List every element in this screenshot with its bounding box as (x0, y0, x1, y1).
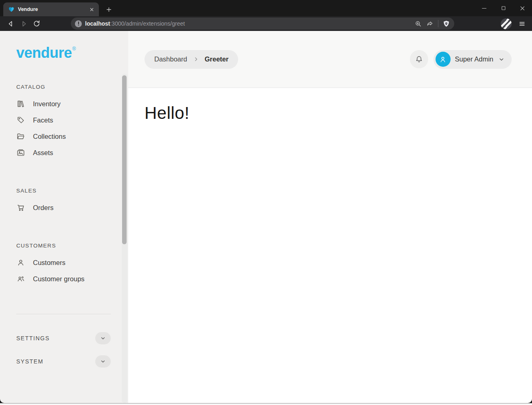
zoom-in-icon[interactable] (414, 20, 422, 28)
sidebar-item-label: Orders (33, 204, 53, 212)
system-expand-button[interactable] (95, 355, 111, 368)
nav-section-sales: SALES Orders (16, 188, 111, 216)
sidebar-item-orders[interactable]: Orders (16, 199, 111, 216)
tab-title: Vendure (18, 7, 84, 12)
window-close-button[interactable] (513, 0, 532, 16)
new-tab-button[interactable] (103, 4, 114, 15)
tab-vendure[interactable]: Vendure (3, 2, 99, 16)
sidebar-item-label: Customers (33, 259, 66, 267)
url-text[interactable]: localhost:3000/admin/extensions/greet (85, 20, 411, 27)
sidebar-scrollbar[interactable] (122, 75, 127, 244)
sidebar-item-label: Inventory (33, 100, 61, 108)
browser-toolbar: localhost:3000/admin/extensions/greet (0, 16, 532, 31)
sidebar-section-system[interactable]: SYSTEM (16, 355, 111, 368)
back-icon[interactable] (4, 18, 17, 30)
tab-close-icon[interactable] (88, 5, 96, 13)
library-icon (16, 99, 25, 108)
tab-strip: Vendure (0, 0, 532, 16)
breadcrumb-greeter: Greeter (205, 55, 229, 63)
breadcrumb: Dashboard Greeter (144, 50, 238, 69)
sidebar-item-label: Collections (33, 133, 66, 140)
users-icon (16, 274, 25, 283)
forward-icon[interactable] (17, 18, 30, 30)
user-menu-button[interactable]: Super Admin (433, 50, 512, 69)
sidebar-item-assets[interactable]: Assets (16, 144, 111, 161)
vendure-favicon (8, 6, 15, 13)
sidebar-item-customers[interactable]: Customers (16, 254, 111, 271)
section-label-customers: CUSTOMERS (16, 243, 111, 249)
url-path: :3000/admin/extensions/greet (110, 20, 185, 27)
vendure-logo[interactable]: vendure® (16, 46, 128, 60)
user-avatar (436, 52, 451, 67)
minimize-button[interactable] (475, 0, 494, 16)
profile-avatar[interactable] (501, 18, 512, 29)
maximize-button[interactable] (494, 0, 513, 16)
toolbar-right (501, 18, 528, 30)
logo-registered-mark: ® (72, 46, 76, 52)
sidebar-item-collections[interactable]: Collections (16, 128, 111, 144)
section-label-settings: SETTINGS (16, 335, 50, 342)
sidebar-divider (16, 314, 111, 314)
reload-icon[interactable] (30, 18, 43, 30)
urlbar-actions (414, 20, 450, 28)
shield-icon[interactable] (442, 20, 450, 28)
section-label-system: SYSTEM (16, 358, 44, 365)
chevron-right-icon (193, 56, 199, 63)
tag-icon (16, 116, 25, 125)
user-name: Super Admin (455, 55, 493, 63)
breadcrumb-dashboard[interactable]: Dashboard (154, 55, 187, 63)
header-right: Super Admin (410, 50, 512, 69)
url-host: localhost (85, 20, 110, 27)
window-bottom-edge (0, 403, 532, 405)
address-bar[interactable]: localhost:3000/admin/extensions/greet (71, 18, 454, 30)
sidebar-item-label: Facets (33, 116, 53, 124)
info-icon[interactable] (75, 20, 82, 27)
notifications-button[interactable] (410, 50, 428, 68)
page-content: Hello! (128, 88, 532, 403)
sidebar-nav: CATALOG Inventory Facets (16, 84, 111, 287)
sidebar-item-inventory[interactable]: Inventory (16, 96, 111, 112)
folder-icon (16, 132, 25, 141)
main-panel: Dashboard Greeter (128, 31, 532, 403)
logo-text: vendure (16, 44, 72, 61)
bell-icon (415, 55, 423, 63)
sidebar-item-label: Customer groups (33, 275, 85, 283)
image-icon (16, 148, 25, 157)
sidebar: vendure® CATALOG Inventory Facets (0, 31, 128, 403)
nav-section-catalog: CATALOG Inventory Facets (16, 84, 111, 161)
cart-icon (16, 203, 25, 212)
page-title: Hello! (144, 103, 516, 123)
sidebar-item-customer-groups[interactable]: Customer groups (16, 271, 111, 287)
chevron-down-icon (99, 335, 107, 342)
nav-section-customers: CUSTOMERS Customers Customer groups (16, 243, 111, 287)
chevron-down-icon (99, 358, 107, 365)
share-icon[interactable] (426, 20, 434, 28)
sidebar-item-label: Assets (33, 149, 53, 157)
settings-expand-button[interactable] (95, 332, 111, 344)
urlbar-divider (438, 20, 438, 27)
hamburger-menu-icon[interactable] (516, 18, 528, 30)
chevron-down-icon (498, 56, 505, 63)
section-label-catalog: CATALOG (16, 84, 111, 90)
user-icon (16, 258, 25, 267)
sidebar-section-settings[interactable]: SETTINGS (16, 331, 111, 345)
browser-window: Vendure (0, 0, 532, 405)
window-controls (475, 0, 532, 16)
app-area: vendure® CATALOG Inventory Facets (0, 31, 532, 403)
sidebar-item-facets[interactable]: Facets (16, 112, 111, 128)
section-label-sales: SALES (16, 188, 111, 194)
page-header: Dashboard Greeter (128, 31, 532, 88)
